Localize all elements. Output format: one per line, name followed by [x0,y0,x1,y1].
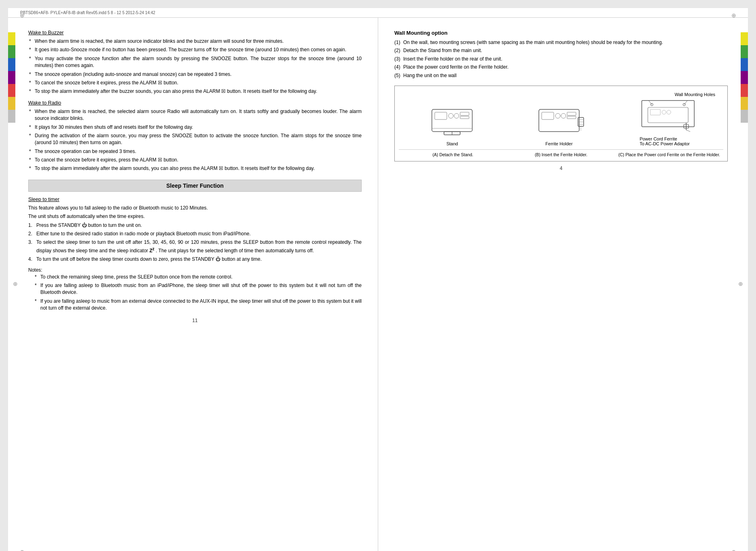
list-item: To cancel the snooze before it expires, … [28,157,362,163]
wake-to-radio-heading: Wake to Radio [28,100,362,106]
diagram-wall-holes-label: Wall Mounting Holes [675,92,715,97]
main-content: Wake to Buzzer When the alarm time is re… [8,18,748,551]
step-num: (3) [394,56,400,63]
svg-point-26 [662,110,666,114]
step-num: 4. [28,256,32,263]
page-number-right: 4 [394,161,728,177]
sleep-timer-box: Sleep Timer Function [28,180,362,192]
list-item: When the alarm time is reached, the sele… [28,108,362,122]
list-item: The snooze operation (including auto-sno… [28,71,362,78]
diagram-item-c: Power Cord Ferrite To AC-DC Power Adapto… [640,98,696,146]
device-svg-a [426,103,478,140]
list-item: To cancel the snooze before it expires, … [28,80,362,86]
list-item: You may activate the snooze function aft… [28,55,362,69]
svg-point-4 [454,113,459,118]
list-item: 4. To turn the unit off before the sleep… [28,256,362,263]
step-num: (5) [394,72,400,79]
list-item: It goes into auto-Snooze mode if no butt… [28,46,362,53]
step-num: (4) [394,64,400,71]
svg-rect-6 [460,116,469,119]
svg-point-27 [667,110,671,114]
list-item: (1) On the wall, two mounting screws (wi… [394,39,728,46]
wake-to-buzzer-section: Wake to Buzzer When the alarm time is re… [28,30,362,95]
header-bar: PBTSD86+AF8- PYLE+AF8-IB draft Rev05.ind… [8,8,748,18]
step-num: 2. [28,230,32,237]
list-item: If you are falling asleep to music from … [28,298,362,312]
list-item: The snooze operation can be repeated 3 t… [28,148,362,155]
sleep-intro-2: The unit shuts off automatically when th… [28,213,362,220]
svg-rect-10 [542,112,554,119]
diagram-caption-power-cord: Power Cord Ferrite To AC-DC Power Adapto… [640,136,696,146]
list-item: 3. To select the sleep timer to turn the… [28,239,362,254]
list-item: To stop the alarm immediately after the … [28,88,362,95]
diagram-container: Wall Mounting Holes [394,86,728,161]
diagram-item-a: Stand [426,103,478,146]
diagram-label-row: (A) Detach the Stand. (B) Insert the Fer… [399,149,723,157]
wall-mounting-section: Wall Mounting option (1) On the wall, tw… [394,30,728,161]
step-num: 1. [28,222,32,229]
sleep-steps-list: 1. Press the STANDBY ⏻ button to turn th… [28,222,362,263]
sleep-intro-1: This feature allows you to fall asleep t… [28,205,362,212]
wall-mounting-heading: Wall Mounting option [394,30,728,36]
page-container: PBTSD86+AF8- PYLE+AF8-IB draft Rev05.ind… [8,8,748,551]
svg-line-31 [649,101,652,105]
right-page: Wall Mounting option (1) On the wall, tw… [378,18,748,551]
wall-steps-list: (1) On the wall, two mounting screws (wi… [394,39,728,79]
svg-rect-5 [460,112,469,115]
notes-list: To check the remaining sleep time, press… [28,274,362,312]
wake-to-buzzer-heading: Wake to Buzzer [28,30,362,36]
svg-line-32 [684,101,687,105]
svg-rect-2 [435,112,447,119]
step-num: (2) [394,47,400,54]
list-item: It plays for 30 minutes then shuts off a… [28,124,362,131]
list-item: 2. Either tune to the desired radio stat… [28,230,362,237]
device-svg-c [640,98,696,135]
list-item: If you are falling asleep to Bluetooth m… [28,282,362,296]
list-item: (2) Detach the Stand from the main unit. [394,47,728,54]
wake-to-buzzer-list: When the alarm time is reached, the alar… [28,38,362,95]
svg-point-3 [448,113,453,118]
sleep-to-timer-section: Sleep to timer This feature allows you t… [28,197,362,312]
list-item: (4) Place the power cord ferrite on the … [394,64,728,71]
list-item: To check the remaining sleep time, press… [28,274,362,281]
left-page: Wake to Buzzer When the alarm time is re… [8,18,378,551]
list-item: (3) Insert the Ferrite holder on the rea… [394,56,728,63]
svg-point-12 [561,113,566,118]
notes-label: Notes: [28,267,362,273]
header-text: PBTSD86+AF8- PYLE+AF8-IB draft Rev05.ind… [20,10,155,15]
sleep-to-timer-heading: Sleep to timer [28,197,362,202]
sleep-timer-title: Sleep Timer Function [166,182,224,189]
wake-to-radio-list: When the alarm time is reached, the sele… [28,108,362,172]
svg-rect-25 [650,109,660,115]
svg-point-11 [555,113,560,118]
svg-rect-13 [567,112,576,115]
list-item: 1. Press the STANDBY ⏻ button to turn th… [28,222,362,229]
step-num: 3. [28,239,32,246]
diagram-label-c: (C) Place the Power cord Ferrite on the … [615,152,723,157]
page-number-left: 11 [28,314,362,329]
list-item: To stop the alarm immediately after the … [28,165,362,172]
list-item: During the activation of the alarm sourc… [28,132,362,147]
list-item: When the alarm time is reached, the alar… [28,38,362,45]
wake-to-radio-section: Wake to Radio When the alarm time is rea… [28,100,362,172]
diagram-caption-ferrite-holder: Ferrite Holder [533,141,585,146]
diagram-label-a: (A) Detach the Stand. [399,152,507,157]
svg-rect-14 [567,116,576,119]
svg-line-30 [686,130,690,132]
diagram-label-b: (B) Insert the Ferrite Holder. [507,152,615,157]
device-svg-b [533,103,585,140]
diagram-caption-stand: Stand [426,141,478,146]
step-num: (1) [394,39,400,46]
diagram-row: Stand [399,98,723,146]
list-item: (5) Hang the unit on the wall [394,72,728,79]
diagram-item-b: Ferrite Holder [533,103,585,146]
svg-rect-9 [539,109,579,132]
